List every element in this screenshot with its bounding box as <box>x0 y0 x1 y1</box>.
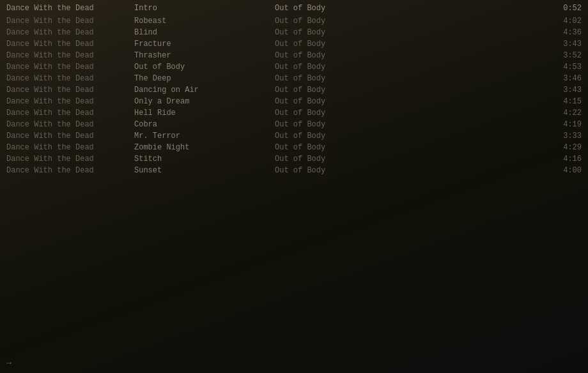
track-artist: Dance With the Dead <box>6 155 134 164</box>
track-album: Out of Body <box>275 28 543 37</box>
track-title: Sunset <box>134 166 275 175</box>
track-title: Dancing on Air <box>134 86 275 95</box>
track-row[interactable]: Dance With the DeadThrasherOut of Body3:… <box>0 50 588 61</box>
track-album: Out of Body <box>275 51 543 60</box>
track-duration: 3:52 <box>543 51 582 60</box>
track-album: Out of Body <box>275 166 543 175</box>
track-album: Out of Body <box>275 155 543 164</box>
track-duration: 4:00 <box>543 166 582 175</box>
track-title: Zombie Night <box>134 143 275 152</box>
track-artist: Dance With the Dead <box>6 143 134 152</box>
track-title: Blind <box>134 28 275 37</box>
track-row[interactable]: Dance With the DeadHell RideOut of Body4… <box>0 107 588 119</box>
tracks-container: Dance With the DeadRobeastOut of Body4:0… <box>0 15 588 176</box>
track-title: Cobra <box>134 120 275 129</box>
track-album: Out of Body <box>275 40 543 49</box>
track-row[interactable]: Dance With the DeadStitchOut of Body4:16 <box>0 153 588 165</box>
track-row[interactable]: Dance With the DeadThe DeepOut of Body3:… <box>0 73 588 84</box>
track-title: Hell Ride <box>134 109 275 118</box>
track-title: Mr. Terror <box>134 132 275 141</box>
track-album: Out of Body <box>275 17 543 26</box>
header-album: Out of Body <box>275 4 543 13</box>
track-artist: Dance With the Dead <box>6 63 134 72</box>
track-artist: Dance With the Dead <box>6 166 134 175</box>
track-album: Out of Body <box>275 143 543 152</box>
track-album: Out of Body <box>275 132 543 141</box>
track-artist: Dance With the Dead <box>6 109 134 118</box>
track-title: Fracture <box>134 40 275 49</box>
track-artist: Dance With the Dead <box>6 86 134 95</box>
track-row[interactable]: Dance With the DeadSunsetOut of Body4:00 <box>0 165 588 176</box>
track-duration: 3:46 <box>543 74 582 83</box>
track-row[interactable]: Dance With the DeadZombie NightOut of Bo… <box>0 142 588 153</box>
track-row[interactable]: Dance With the DeadBlindOut of Body4:36 <box>0 27 588 38</box>
track-title: Robeast <box>134 17 275 26</box>
track-artist: Dance With the Dead <box>6 74 134 83</box>
track-title: Only a Dream <box>134 97 275 106</box>
track-row[interactable]: Dance With the DeadFractureOut of Body3:… <box>0 38 588 50</box>
track-duration: 3:43 <box>543 40 582 49</box>
header-title: Intro <box>134 4 275 13</box>
track-title: Thrasher <box>134 51 275 60</box>
track-title: The Deep <box>134 74 275 83</box>
track-artist: Dance With the Dead <box>6 17 134 26</box>
track-row[interactable]: Dance With the DeadRobeastOut of Body4:0… <box>0 15 588 27</box>
header-artist: Dance With the Dead <box>6 4 134 13</box>
track-artist: Dance With the Dead <box>6 132 134 141</box>
track-duration: 3:33 <box>543 132 582 141</box>
track-title: Out of Body <box>134 63 275 72</box>
header-duration: 0:52 <box>543 4 582 13</box>
track-duration: 4:15 <box>543 97 582 106</box>
track-artist: Dance With the Dead <box>6 40 134 49</box>
track-duration: 4:29 <box>543 143 582 152</box>
track-album: Out of Body <box>275 74 543 83</box>
track-duration: 4:22 <box>543 109 582 118</box>
track-row[interactable]: Dance With the DeadOnly a DreamOut of Bo… <box>0 96 588 107</box>
track-artist: Dance With the Dead <box>6 28 134 37</box>
track-duration: 4:36 <box>543 28 582 37</box>
track-duration: 4:53 <box>543 63 582 72</box>
arrow-indicator: → <box>6 358 12 368</box>
track-row[interactable]: Dance With the DeadMr. TerrorOut of Body… <box>0 130 588 142</box>
track-duration: 4:19 <box>543 120 582 129</box>
track-title: Stitch <box>134 155 275 164</box>
track-list: Dance With the Dead Intro Out of Body 0:… <box>0 0 588 176</box>
track-duration: 4:16 <box>543 155 582 164</box>
track-album: Out of Body <box>275 86 543 95</box>
track-list-header: Dance With the Dead Intro Out of Body 0:… <box>0 3 588 14</box>
track-artist: Dance With the Dead <box>6 97 134 106</box>
track-artist: Dance With the Dead <box>6 120 134 129</box>
track-duration: 3:43 <box>543 86 582 95</box>
track-row[interactable]: Dance With the DeadOut of BodyOut of Bod… <box>0 61 588 73</box>
track-duration: 4:02 <box>543 17 582 26</box>
track-album: Out of Body <box>275 120 543 129</box>
track-album: Out of Body <box>275 63 543 72</box>
track-album: Out of Body <box>275 109 543 118</box>
track-artist: Dance With the Dead <box>6 51 134 60</box>
track-row[interactable]: Dance With the DeadCobraOut of Body4:19 <box>0 119 588 130</box>
track-row[interactable]: Dance With the DeadDancing on AirOut of … <box>0 84 588 96</box>
track-album: Out of Body <box>275 97 543 106</box>
